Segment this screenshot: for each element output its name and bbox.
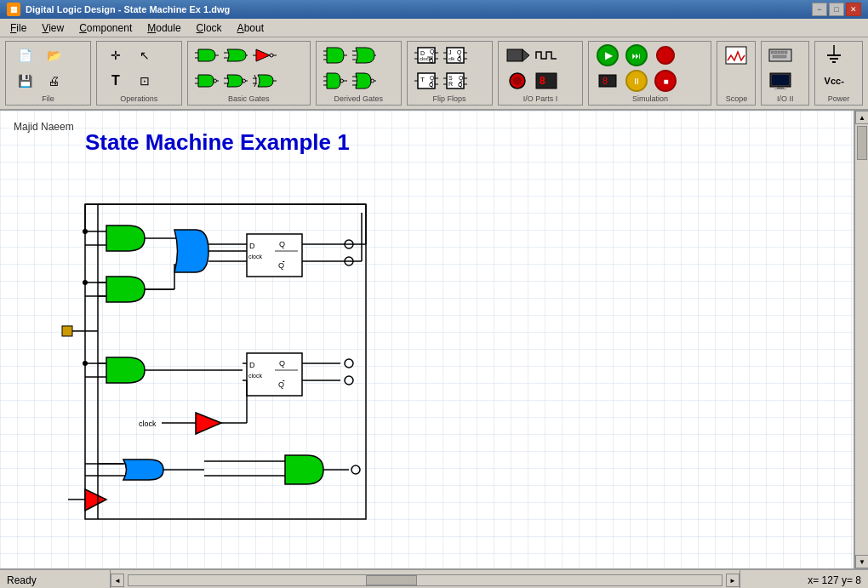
status-coordinates: x= 127 y= 8 [740, 574, 868, 586]
svg-rect-92 [777, 87, 784, 88]
svg-rect-162 [62, 326, 72, 336]
scope-button[interactable] [722, 43, 750, 67]
open-button[interactable]: 📂 [40, 43, 67, 67]
simulation-group-label: Simulation [589, 94, 711, 103]
sim-stop-button[interactable]: ■ [652, 69, 679, 93]
h-scroll-track[interactable] [128, 574, 722, 586]
svg-point-136 [345, 359, 353, 368]
canvas-author: Majid Naeem [14, 121, 74, 133]
svg-text:clk: clk [448, 56, 455, 61]
menu-module[interactable]: Module [140, 20, 187, 36]
monitor-button[interactable] [767, 69, 794, 93]
main-area: Majid Naeem State Machine Example 1 [0, 111, 868, 568]
h-scroll-thumb[interactable] [366, 575, 417, 585]
basic-gates-group-label: Basic Gates [188, 94, 310, 103]
derived-gates-group-label: Derived Gates [317, 94, 401, 103]
toolbar-group-io2: I/O II [761, 41, 809, 106]
sim-display-button[interactable]: 8 [594, 69, 621, 93]
gnd-button[interactable] [820, 43, 848, 67]
3in-or-button[interactable] [351, 43, 378, 67]
keyboard-button[interactable] [767, 43, 794, 67]
file-group-label: File [6, 94, 90, 103]
menu-about[interactable]: About [231, 20, 271, 36]
print-button[interactable]: 🖨 [40, 69, 67, 93]
3in-nor-button[interactable] [351, 69, 378, 93]
svg-text:Q̄: Q̄ [429, 82, 434, 88]
svg-text:Q: Q [457, 49, 462, 56]
h-scroll-right-button[interactable]: ► [726, 574, 740, 587]
scroll-up-button[interactable]: ▲ [855, 111, 868, 124]
minimize-button[interactable]: − [812, 3, 827, 16]
save-button[interactable]: 💾 [11, 69, 38, 93]
menu-component[interactable]: Component [72, 20, 139, 36]
svg-marker-146 [85, 489, 106, 511]
svg-text:S: S [448, 75, 453, 81]
text-button[interactable]: T [102, 69, 129, 93]
restore-button[interactable]: □ [829, 3, 844, 16]
circuit-diagram: D clock Q Q ̄ [26, 162, 451, 545]
vertical-scrollbar[interactable]: ▲ ▼ [854, 111, 868, 568]
probe-button[interactable]: ⊡ [131, 69, 158, 93]
sim-pause-button[interactable]: ⏸ [623, 69, 650, 93]
3in-nand-button[interactable] [322, 69, 349, 93]
svg-marker-6 [256, 49, 270, 61]
nor-gate-button[interactable] [222, 69, 249, 93]
sim-play-button[interactable]: ▶ [594, 43, 621, 67]
svg-text:clock: clock [248, 254, 262, 260]
scroll-track[interactable] [855, 124, 868, 555]
toolbar: 📄 📂 💾 🖨 File ✛ ↖ T ⊡ Operations [0, 37, 868, 111]
vcc-label: Vcc- [825, 76, 844, 86]
operations-group-label: Operations [97, 94, 181, 103]
svg-rect-85 [774, 51, 777, 54]
srff-button[interactable]: S R Q Q̄ [442, 69, 469, 93]
toolbar-group-scope: Scope [717, 41, 756, 106]
menu-view[interactable]: View [35, 20, 71, 36]
or-gate-button[interactable] [222, 43, 249, 67]
input-button[interactable] [504, 43, 531, 67]
nand-gate-button[interactable] [193, 69, 220, 93]
svg-text:T: T [420, 76, 425, 83]
svg-point-160 [83, 361, 88, 366]
scroll-down-button[interactable]: ▼ [855, 555, 868, 568]
clock-input-button[interactable] [533, 43, 560, 67]
toolbar-group-basic-gates: Basic Gates [187, 41, 311, 106]
tff-button[interactable]: T Q Q̄ [413, 69, 440, 93]
sim-step-button[interactable]: ⏭ [623, 43, 650, 67]
and-gate-button[interactable] [193, 43, 220, 67]
svg-text:D: D [420, 50, 425, 56]
not-gate-button[interactable] [251, 43, 278, 67]
vcc-button[interactable]: Vcc- [820, 69, 848, 93]
svg-rect-74 [507, 49, 523, 61]
menu-file[interactable]: File [3, 20, 33, 36]
move-button[interactable]: ✛ [102, 43, 129, 67]
3in-and-button[interactable] [322, 43, 349, 67]
svg-text:Q: Q [459, 75, 464, 82]
toolbar-group-operations: ✛ ↖ T ⊡ Operations [96, 41, 182, 106]
svg-text:Q: Q [430, 49, 435, 55]
svg-text:8: 8 [602, 76, 608, 86]
canvas-area[interactable]: Majid Naeem State Machine Example 1 [0, 111, 854, 568]
svg-point-137 [345, 376, 353, 385]
display-button[interactable]: 8 [533, 69, 560, 93]
select-button[interactable]: ↖ [131, 43, 158, 67]
svg-text:D: D [249, 361, 255, 369]
dff-button[interactable]: D clock Q Q̄ [413, 43, 440, 67]
output-button[interactable] [504, 69, 531, 93]
close-button[interactable]: ✕ [846, 3, 861, 16]
new-button[interactable]: 📄 [11, 43, 38, 67]
jkff-button[interactable]: J clk Q Q̄ [442, 43, 469, 67]
scroll-thumb[interactable] [857, 126, 867, 160]
xor-gate-button[interactable] [251, 69, 278, 93]
title-bar: ▦ Digital Logic Design - State Machine E… [0, 0, 868, 19]
toolbar-group-flip-flops: D clock Q Q̄ J clk Q Q̄ [407, 41, 493, 106]
svg-point-159 [83, 280, 88, 285]
h-scroll-left-button[interactable]: ◄ [111, 574, 124, 587]
menu-clock[interactable]: Clock [190, 20, 229, 36]
svg-rect-93 [774, 88, 786, 89]
svg-rect-84 [771, 51, 774, 54]
svg-marker-75 [523, 49, 529, 61]
svg-point-158 [83, 229, 88, 234]
svg-text:8: 8 [540, 75, 545, 87]
svg-text:Q̄: Q̄ [429, 58, 434, 64]
sim-record-button[interactable]: ● [652, 43, 679, 67]
